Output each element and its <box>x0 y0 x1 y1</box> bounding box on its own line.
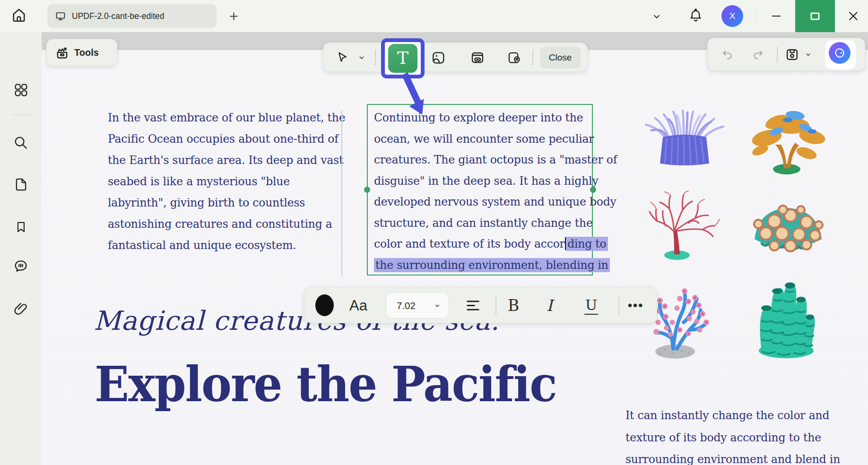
teal-cup-coral-image <box>747 194 828 256</box>
home-icon <box>10 7 27 24</box>
left-paragraph[interactable]: In the vast embrace of our blue planet, … <box>108 107 345 256</box>
font-color-swatch[interactable] <box>315 294 334 316</box>
textbox-line[interactable]: the surrounding environment, blending in <box>374 255 592 276</box>
textbox-text: disguise" in the deep sea. It has a high… <box>374 174 599 188</box>
maximize-icon <box>808 9 822 23</box>
textbox-text: developed nervous system and unique body <box>374 195 616 208</box>
underline-glyph: U <box>584 297 598 315</box>
right-paragraph[interactable]: It can instantly change the color andtex… <box>625 405 840 465</box>
selected-textbox[interactable]: Continuing to explore deeper into theoce… <box>367 104 593 276</box>
close-window-button[interactable] <box>846 9 860 23</box>
red-fan-coral-image <box>643 188 721 260</box>
save-dropdown[interactable] <box>804 51 812 58</box>
paragraph-line: texture of its body according to the <box>625 427 840 449</box>
image-tool-icon <box>431 50 446 65</box>
image-tool-button[interactable] <box>431 50 446 65</box>
paragraph-line: the Earth's surface area. Its deep and v… <box>108 150 345 171</box>
save-icon <box>784 47 800 62</box>
chevron-down-icon <box>434 302 441 309</box>
paragraph-line: fantastical and unique ecosystem. <box>108 235 345 256</box>
attachment-icon <box>13 301 29 317</box>
close-label: Close <box>549 52 572 63</box>
tabs-dropdown-button[interactable] <box>651 11 663 22</box>
textbox-line[interactable]: creatures. The giant octopus is a "maste… <box>374 149 592 171</box>
bold-button[interactable]: B <box>508 287 519 324</box>
minimize-button[interactable] <box>770 10 783 22</box>
more-options-button[interactable]: ••• <box>628 287 643 324</box>
maximize-button[interactable] <box>795 0 835 32</box>
monitor-icon <box>55 10 66 22</box>
align-button[interactable] <box>464 297 482 314</box>
textbox-line[interactable]: ocean, we will encounter some peculiar <box>374 129 592 150</box>
titlebar: UPDF-2.0-cant-be-edited X <box>0 0 868 32</box>
textbox-text: ocean, we will encounter some peculiar <box>374 132 594 146</box>
text-tool-button[interactable]: T <box>388 44 417 73</box>
purple-anemone-image <box>642 108 727 168</box>
paragraph-line: surrounding environment and blend in <box>625 448 840 465</box>
sidebar-item-attachments[interactable] <box>12 300 30 318</box>
toolbar-divider <box>618 296 619 315</box>
sidebar-divider <box>12 114 29 115</box>
textbox-line[interactable]: structure, and can instantly change the <box>374 213 592 234</box>
paragraph-line: seabed is like a mysterious "blue <box>108 171 345 192</box>
redo-button[interactable] <box>751 48 764 61</box>
titlebar-divider <box>755 10 756 22</box>
sidebar <box>0 32 42 465</box>
close-icon <box>846 9 860 23</box>
close-edit-mode-button[interactable]: Close <box>540 47 581 69</box>
sidebar-item-bookmarks[interactable] <box>12 218 30 236</box>
textbox-line[interactable]: disguise" in the deep sea. It has a high… <box>374 171 592 192</box>
font-size-dropdown[interactable]: 7.02 <box>386 293 449 319</box>
location-tool-icon <box>507 50 522 65</box>
ai-assistant-button[interactable] <box>829 42 851 64</box>
font-family-button[interactable]: Aa <box>349 287 367 324</box>
user-avatar[interactable]: X <box>721 5 743 27</box>
search-icon <box>13 135 29 151</box>
cursor-tool-dropdown[interactable] <box>357 54 366 61</box>
sidebar-item-comments[interactable] <box>12 257 30 275</box>
comment-icon <box>13 258 29 274</box>
selected-text: ding to <box>566 237 608 251</box>
sidebar-item-tools-grid[interactable] <box>12 81 30 99</box>
headline-main[interactable]: Explore the Pacific <box>95 355 556 413</box>
cursor-tool-button[interactable] <box>335 51 349 64</box>
italic-button[interactable]: I <box>547 287 553 324</box>
link-tool-icon <box>470 50 485 65</box>
selected-text: the surrounding environment, blending in <box>374 258 610 272</box>
edit-toolbar: T Close <box>323 43 588 72</box>
toolbar-divider <box>777 47 778 63</box>
text-tool-icon: T <box>397 48 408 68</box>
sidebar-item-search[interactable] <box>12 134 30 152</box>
sidebar-item-pages[interactable] <box>12 175 30 193</box>
redo-icon <box>751 48 764 61</box>
more-options-dots: ••• <box>628 298 643 313</box>
textbox-left-handle[interactable] <box>364 187 370 193</box>
home-button[interactable] <box>10 7 27 24</box>
document-tab[interactable]: UPDF-2.0-cant-be-edited <box>47 4 217 28</box>
paragraph-line: labyrinth", giving birth to countless <box>108 192 345 214</box>
ai-assistant-icon <box>833 46 847 60</box>
undo-icon <box>721 48 734 61</box>
textbox-text: creatures. The giant octopus is a "maste… <box>374 153 617 166</box>
undo-button[interactable] <box>721 48 734 61</box>
textbox-right-handle[interactable] <box>590 187 596 193</box>
align-left-icon <box>464 297 482 314</box>
textbox-line[interactable]: developed nervous system and unique body <box>374 191 592 213</box>
paragraph-line: It can instantly change the color and <box>625 405 840 427</box>
chevron-down-icon <box>357 54 366 61</box>
underline-button[interactable]: U <box>584 287 598 324</box>
chevron-down-icon <box>651 11 663 22</box>
tools-panel-button[interactable]: Tools <box>46 39 117 66</box>
location-tool-button[interactable] <box>507 50 522 65</box>
page-icon <box>13 177 29 192</box>
paragraph-line: In the vast embrace of our blue planet, … <box>108 107 345 129</box>
new-tab-button[interactable] <box>228 10 240 22</box>
bookmark-icon <box>14 220 28 234</box>
save-button[interactable] <box>784 47 800 62</box>
tutorial-arrow <box>395 70 433 117</box>
textbox-line[interactable]: color and texture of its body according … <box>374 233 592 255</box>
notifications-button[interactable] <box>688 8 703 24</box>
grid-icon <box>13 82 29 98</box>
link-tool-button[interactable] <box>470 50 485 65</box>
tools-label: Tools <box>74 47 99 58</box>
